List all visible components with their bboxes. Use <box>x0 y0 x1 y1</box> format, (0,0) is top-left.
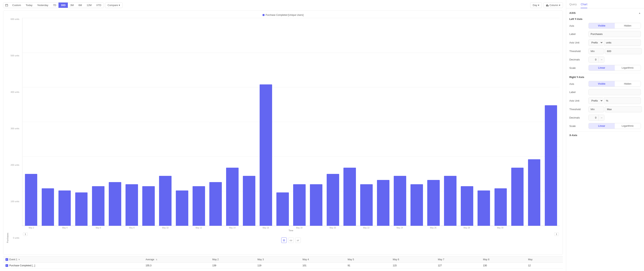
bar-9[interactable] <box>176 190 188 226</box>
right-label-input[interactable] <box>588 89 641 95</box>
column-select[interactable]: Column ▾ <box>544 2 563 8</box>
bar-28[interactable] <box>494 188 507 226</box>
page-num-left[interactable]: 1 <box>23 232 28 236</box>
view-full-icon[interactable]: ⊞ <box>281 238 287 243</box>
left-linear-btn[interactable]: Linear <box>589 65 615 70</box>
bar-0[interactable] <box>25 174 38 226</box>
bar-23[interactable] <box>410 184 423 226</box>
right-decimals-controls: → <box>588 115 641 121</box>
bar-17[interactable] <box>310 184 322 226</box>
bar-4[interactable] <box>92 186 104 226</box>
left-axis-visible-btn[interactable]: Visible <box>589 23 615 28</box>
right-axis-visible-btn[interactable]: Visible <box>589 81 615 86</box>
today-btn[interactable]: Today <box>24 2 35 8</box>
col-event[interactable]: Event 1 ▾ <box>3 256 143 262</box>
left-threshold-min-input[interactable] <box>588 48 604 54</box>
bar-29[interactable] <box>511 168 524 226</box>
left-label-label: Label <box>569 32 587 36</box>
col-may-more[interactable]: May <box>526 256 563 262</box>
x-label-16: May 18 <box>291 227 308 229</box>
left-units-input[interactable] <box>604 40 641 46</box>
bar-6[interactable] <box>126 184 138 226</box>
x-axis-title: Time <box>22 229 560 232</box>
chart-body: Purchases 600 units 500 units 400 units … <box>6 18 560 243</box>
col-may3[interactable]: May 3 <box>255 256 300 262</box>
bar-14[interactable] <box>260 84 272 226</box>
bar-19[interactable] <box>344 168 356 226</box>
view-split-icon[interactable]: ▭ <box>288 238 294 243</box>
y-tick-500: 500 units <box>10 54 19 57</box>
left-scale-label: Scale <box>569 66 587 70</box>
col-may2[interactable]: May 2 <box>210 256 255 262</box>
bar-5[interactable] <box>109 182 121 226</box>
col-may8[interactable]: May 8 <box>481 256 526 262</box>
left-prefix-select[interactable]: Prefix <box>588 40 603 46</box>
bar-8[interactable] <box>159 176 172 226</box>
12m-btn[interactable]: 12M <box>84 2 94 8</box>
bar-13[interactable] <box>243 176 255 226</box>
tab-chart[interactable]: Chart <box>581 0 587 8</box>
tab-query[interactable]: Query <box>569 0 577 8</box>
right-threshold-max-input[interactable] <box>605 106 642 112</box>
calendar-icon-btn[interactable] <box>3 3 10 8</box>
right-linear-btn[interactable]: Linear <box>589 123 615 129</box>
left-logarithmic-btn[interactable]: Logarithmic <box>615 65 641 70</box>
left-axis-hidden-btn[interactable]: Hidden <box>615 23 641 28</box>
custom-btn[interactable]: Custom <box>10 2 24 8</box>
right-decimals-arrow-btn[interactable]: → <box>598 115 604 120</box>
6m-btn[interactable]: 6M <box>76 2 84 8</box>
30d-btn[interactable]: 30D <box>58 2 68 8</box>
bar-24[interactable] <box>427 180 440 226</box>
bar-11[interactable] <box>209 182 222 226</box>
bar-26[interactable] <box>461 186 473 226</box>
event-dropdown-icon[interactable]: ▾ <box>18 258 20 261</box>
left-threshold-value-input[interactable] <box>605 48 642 54</box>
bar-3[interactable] <box>75 192 88 226</box>
yesterday-btn[interactable]: Yesterday <box>35 2 51 8</box>
bar-21[interactable] <box>377 180 390 226</box>
bar-30[interactable] <box>528 159 540 226</box>
col-may7[interactable]: May 7 <box>436 256 480 262</box>
page-num-right[interactable]: 1 <box>554 232 559 236</box>
3m-btn[interactable]: 3M <box>68 2 76 8</box>
right-logarithmic-btn[interactable]: Logarithmic <box>615 123 641 129</box>
bar-20[interactable] <box>360 184 373 226</box>
left-unit-row: Axis Unit Prefix <box>569 40 641 46</box>
compare-btn[interactable]: Compare ▾ <box>105 2 122 8</box>
bar-18[interactable] <box>327 174 339 226</box>
right-units-input[interactable] <box>604 98 641 104</box>
right-decimals-input[interactable] <box>589 115 598 120</box>
view-minimal-icon[interactable]: ▱ <box>295 238 301 243</box>
left-decimals-input[interactable] <box>589 57 598 62</box>
right-decimals-group: → <box>588 115 604 121</box>
row-checkbox[interactable] <box>6 264 8 267</box>
axis-section-header[interactable]: AXIS ▲ <box>569 12 641 14</box>
bar-16[interactable] <box>293 184 306 226</box>
bar-10[interactable] <box>192 186 205 226</box>
bar-27[interactable] <box>478 190 490 226</box>
x-label-15 <box>274 227 291 229</box>
right-threshold-min-input[interactable] <box>588 106 604 112</box>
bar-1[interactable] <box>42 188 54 226</box>
bar-15[interactable] <box>276 192 289 226</box>
left-decimals-arrow-btn[interactable]: → <box>598 57 604 62</box>
left-label-input[interactable] <box>588 31 641 37</box>
xtd-btn[interactable]: XTD <box>94 2 104 8</box>
day-select[interactable]: Day ▾ <box>530 2 542 8</box>
right-axis-hidden-btn[interactable]: Hidden <box>615 81 641 86</box>
bar-31[interactable] <box>545 105 557 226</box>
bar-12[interactable] <box>226 168 238 226</box>
right-threshold-controls <box>588 106 642 112</box>
event-checkbox[interactable] <box>6 258 8 261</box>
7d-btn[interactable]: 7D <box>51 2 59 8</box>
col-may5[interactable]: May 5 <box>346 256 390 262</box>
bar-22[interactable] <box>394 176 406 226</box>
bar-2[interactable] <box>58 190 71 226</box>
col-average[interactable]: Average ⇅ <box>143 256 210 262</box>
col-may6[interactable]: May 6 <box>390 256 436 262</box>
bar-25[interactable] <box>444 176 456 226</box>
right-unit-label: Axis Unit <box>569 99 587 102</box>
bar-7[interactable] <box>142 186 155 226</box>
right-prefix-select[interactable]: Prefix <box>588 98 603 104</box>
col-may4[interactable]: May 4 <box>300 256 345 262</box>
